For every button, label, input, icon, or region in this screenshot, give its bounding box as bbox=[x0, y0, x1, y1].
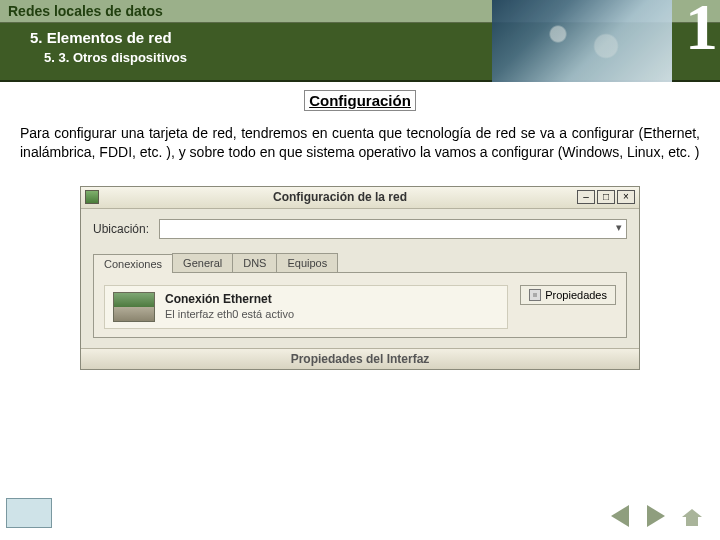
window-close-button[interactable]: × bbox=[617, 190, 635, 204]
window-maximize-button[interactable]: □ bbox=[597, 190, 615, 204]
footer-nav bbox=[606, 504, 706, 528]
screenshot-dialog: Configuración de la red – □ × Ubicación:… bbox=[80, 186, 640, 370]
nic-card-icon bbox=[113, 292, 155, 322]
nav-prev-button[interactable] bbox=[606, 504, 634, 528]
dialog-app-icon bbox=[85, 190, 99, 204]
triangle-right-icon bbox=[647, 505, 665, 527]
nav-next-button[interactable] bbox=[642, 504, 670, 528]
properties-button-label: Propiedades bbox=[545, 289, 607, 301]
tab-equipos[interactable]: Equipos bbox=[276, 253, 338, 272]
gear-icon bbox=[529, 289, 541, 301]
tab-strip: Conexiones General DNS Equipos bbox=[93, 253, 627, 273]
properties-button[interactable]: Propiedades bbox=[520, 285, 616, 305]
dialog-title: Configuración de la red bbox=[105, 190, 575, 204]
page-number: 1 bbox=[685, 0, 718, 60]
triangle-left-icon bbox=[611, 505, 629, 527]
tab-conexiones[interactable]: Conexiones bbox=[93, 254, 173, 273]
location-row: Ubicación: bbox=[93, 219, 627, 239]
slide-header: Redes locales de datos 5. Elementos de r… bbox=[0, 0, 720, 82]
connection-item[interactable]: Conexión Ethernet El interfaz eth0 está … bbox=[104, 285, 508, 329]
location-label: Ubicación: bbox=[93, 222, 149, 236]
tab-dns[interactable]: DNS bbox=[232, 253, 277, 272]
content-heading: Configuración bbox=[304, 90, 416, 111]
dialog-titlebar: Configuración de la red – □ × bbox=[81, 187, 639, 209]
header-globe-image bbox=[492, 0, 672, 82]
content-heading-wrap: Configuración bbox=[0, 92, 720, 110]
window-minimize-button[interactable]: – bbox=[577, 190, 595, 204]
nav-home-button[interactable] bbox=[678, 504, 706, 528]
footer-placeholder-box bbox=[6, 498, 52, 528]
connection-subtitle: El interfaz eth0 está activo bbox=[165, 307, 294, 321]
tab-content: Conexión Ethernet El interfaz eth0 está … bbox=[93, 273, 627, 338]
connection-title: Conexión Ethernet bbox=[165, 292, 294, 308]
tab-general[interactable]: General bbox=[172, 253, 233, 272]
location-select[interactable] bbox=[159, 219, 627, 239]
body-paragraph: Para configurar una tarjeta de red, tend… bbox=[0, 110, 720, 162]
home-icon bbox=[681, 505, 703, 527]
sub-dialog-title: Propiedades del Interfaz bbox=[81, 348, 639, 369]
